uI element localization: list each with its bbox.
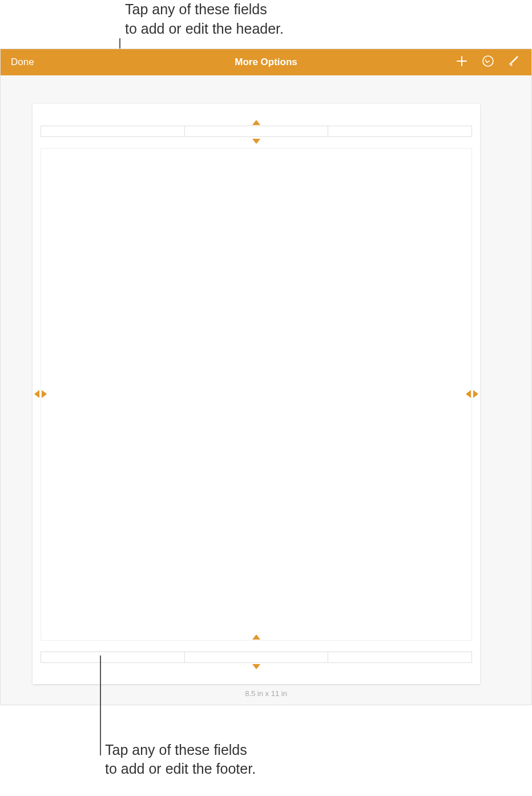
footer-field-center[interactable] — [185, 652, 329, 662]
callout-header-text: Tap any of these fields to add or edit t… — [125, 0, 284, 39]
footer-fields-row — [41, 652, 472, 663]
brush-icon — [508, 55, 521, 70]
toolbar-title: More Options — [235, 57, 297, 68]
document-canvas: 8.5 in x 11 in — [1, 75, 531, 705]
plus-icon — [456, 55, 468, 70]
margin-handle-top-outer[interactable] — [252, 120, 260, 125]
margin-handle-bottom-outer[interactable] — [252, 664, 260, 669]
header-field-center[interactable] — [185, 126, 329, 136]
footer-field-right[interactable] — [328, 652, 471, 662]
callout-footer-line2: to add or edit the footer. — [105, 761, 256, 777]
svg-point-2 — [483, 56, 493, 66]
margin-handle-right-inner[interactable] — [466, 390, 471, 398]
callout-header-line2: to add or edit the header. — [125, 21, 284, 37]
document-body[interactable] — [41, 148, 472, 641]
done-button[interactable]: Done — [11, 57, 34, 68]
margin-handle-left-inner[interactable] — [42, 390, 47, 398]
callout-line-bottom — [100, 656, 101, 755]
undo-icon — [482, 55, 494, 70]
margin-handle-footer-top[interactable] — [252, 634, 260, 640]
header-fields-row — [41, 126, 472, 137]
margin-handle-left-outer[interactable] — [34, 390, 39, 398]
add-button[interactable] — [455, 55, 469, 69]
toolbar-right-group — [455, 55, 521, 69]
callout-footer-text: Tap any of these fields to add or edit t… — [105, 741, 256, 779]
margin-handle-right-outer[interactable] — [473, 390, 478, 398]
toolbar: Done More Options — [1, 49, 531, 75]
app-window: Done More Options — [0, 49, 532, 705]
page-size-label: 8.5 in x 11 in — [245, 689, 287, 698]
margin-handle-header-bottom[interactable] — [252, 139, 260, 144]
callout-header-line1: Tap any of these fields — [125, 1, 267, 17]
header-field-right[interactable] — [328, 126, 471, 136]
header-field-left[interactable] — [41, 126, 185, 136]
callout-footer-line1: Tap any of these fields — [105, 742, 247, 758]
format-brush-button[interactable] — [507, 55, 521, 69]
undo-button[interactable] — [481, 55, 495, 69]
footer-field-left[interactable] — [41, 652, 185, 662]
document-page[interactable] — [33, 104, 480, 684]
